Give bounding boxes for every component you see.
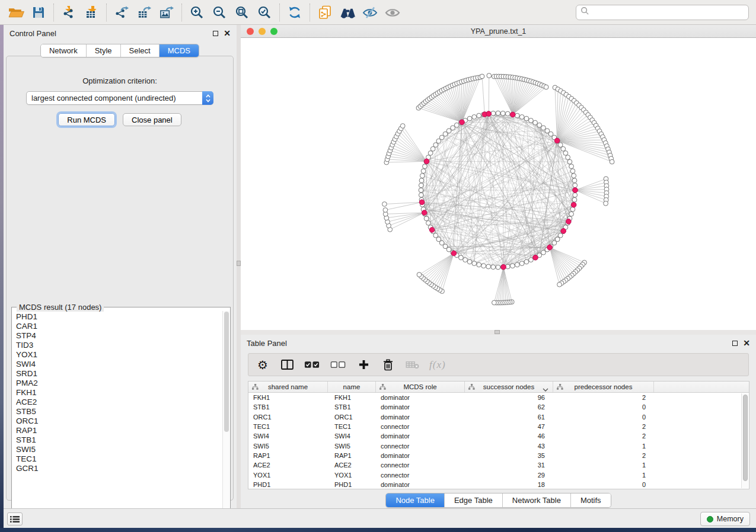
column-header-MCDS-role[interactable]: MCDS role — [376, 382, 465, 392]
cell-predecessor-nodes[interactable]: 1 — [553, 462, 654, 469]
cell-MCDS-role[interactable]: connector — [376, 443, 465, 450]
table-tab-node-table[interactable]: Node Table — [386, 493, 445, 507]
cell-shared-name[interactable]: ACE2 — [248, 462, 328, 469]
table-row[interactable]: YOX1YOX1connector291 — [248, 470, 749, 479]
cell-name[interactable]: PHD1 — [328, 481, 376, 488]
cell-predecessor-nodes[interactable]: 0 — [553, 403, 654, 411]
cell-name[interactable]: SWI5 — [328, 443, 376, 450]
column-header-successor-nodes[interactable]: successor nodes — [465, 382, 553, 392]
mcds-result-item[interactable]: ORC1 — [14, 416, 222, 426]
export-table-icon[interactable] — [133, 2, 155, 23]
table-scrollbar[interactable] — [741, 393, 748, 488]
cell-successor-nodes[interactable]: 46 — [465, 432, 553, 440]
cell-predecessor-nodes[interactable]: 1 — [553, 443, 654, 450]
cell-MCDS-role[interactable]: dominator — [376, 403, 465, 411]
mcds-result-item[interactable]: SWI4 — [14, 360, 222, 369]
table-row[interactable]: PHD1PHD1dominator180 — [248, 480, 749, 489]
table-row[interactable]: FKH1FKH1dominator962 — [248, 393, 749, 402]
close-panel-icon[interactable]: ✕ — [224, 30, 231, 36]
refresh-icon[interactable] — [283, 2, 306, 23]
cell-successor-nodes[interactable]: 43 — [465, 443, 553, 450]
cell-shared-name[interactable]: PHD1 — [248, 481, 328, 488]
mcds-result-item[interactable]: TID3 — [14, 341, 222, 350]
cell-MCDS-role[interactable]: dominator — [376, 432, 465, 440]
mcds-result-item[interactable]: SRD1 — [14, 369, 222, 379]
cell-successor-nodes[interactable]: 61 — [465, 414, 553, 421]
cell-name[interactable]: YOX1 — [328, 472, 376, 479]
run-mcds-button[interactable]: Run MCDS — [58, 113, 115, 126]
cell-successor-nodes[interactable]: 31 — [465, 462, 553, 469]
column-header-predecessor-nodes[interactable]: predecessor nodes — [553, 382, 654, 392]
search-box[interactable] — [576, 5, 749, 20]
mcds-result-item[interactable]: STB5 — [14, 407, 222, 416]
table-row[interactable]: ORC1ORC1dominator610 — [248, 412, 749, 422]
mcds-result-item[interactable]: RAP1 — [14, 426, 222, 435]
mcds-result-item[interactable]: CAR1 — [14, 322, 222, 331]
cell-successor-nodes[interactable]: 35 — [465, 452, 553, 459]
table-tab-network-table[interactable]: Network Table — [503, 493, 571, 507]
float-panel-icon[interactable] — [213, 31, 218, 36]
cell-predecessor-nodes[interactable]: 2 — [553, 423, 654, 430]
cell-predecessor-nodes[interactable]: 0 — [553, 481, 654, 488]
add-icon[interactable] — [356, 357, 371, 373]
table-row[interactable]: SWI4SWI4dominator462 — [248, 431, 749, 441]
network-window-titlebar[interactable]: YPA_prune.txt_1 — [241, 25, 756, 38]
open-folder-icon[interactable] — [5, 2, 27, 23]
mcds-result-item[interactable]: ACE2 — [14, 398, 222, 407]
cell-MCDS-role[interactable]: dominator — [376, 394, 465, 401]
table-tab-motifs[interactable]: Motifs — [571, 493, 611, 507]
close-panel-icon[interactable]: ✕ — [743, 340, 750, 346]
cell-name[interactable]: SWI4 — [328, 432, 376, 440]
export-network-icon[interactable] — [110, 2, 133, 23]
save-icon[interactable] — [27, 2, 50, 23]
mcds-list-scrollbar[interactable] — [222, 311, 229, 526]
cell-successor-nodes[interactable]: 96 — [465, 394, 553, 401]
cell-shared-name[interactable]: RAP1 — [248, 452, 328, 459]
mcds-result-item[interactable]: SWI5 — [14, 445, 222, 454]
control-tab-style[interactable]: Style — [87, 44, 121, 57]
cell-name[interactable]: ACE2 — [328, 462, 376, 469]
eye-hide-icon[interactable] — [359, 2, 381, 23]
cell-predecessor-nodes[interactable]: 2 — [553, 394, 654, 401]
horizontal-divider[interactable] — [241, 330, 756, 335]
table-row[interactable]: RAP1RAP1dominator352 — [248, 451, 749, 460]
select-all-icon[interactable] — [304, 357, 320, 373]
cell-name[interactable]: ORC1 — [328, 414, 376, 421]
cell-shared-name[interactable]: TEC1 — [248, 423, 328, 430]
cell-predecessor-nodes[interactable]: 2 — [553, 452, 654, 459]
table-row[interactable]: SWI5SWI5connector431 — [248, 441, 749, 450]
cell-MCDS-role[interactable]: connector — [376, 472, 465, 479]
deselect-all-icon[interactable] — [330, 357, 346, 373]
cell-shared-name[interactable]: STB1 — [248, 403, 328, 411]
column-header-name[interactable]: name — [328, 382, 376, 392]
cell-name[interactable]: STB1 — [328, 403, 376, 411]
cell-predecessor-nodes[interactable]: 2 — [553, 432, 654, 440]
table-tab-edge-table[interactable]: Edge Table — [445, 493, 503, 507]
cell-MCDS-role[interactable]: connector — [376, 423, 465, 430]
mcds-result-item[interactable]: FKH1 — [14, 388, 222, 398]
mcds-result-item[interactable]: GCR1 — [14, 464, 222, 473]
gear-icon[interactable]: ⚙ — [256, 357, 270, 373]
export-image-icon[interactable] — [155, 2, 178, 23]
delete-icon[interactable] — [381, 357, 395, 373]
criterion-dropdown[interactable]: largest connected component (undirected) — [26, 91, 213, 105]
clone-network-icon[interactable] — [314, 2, 336, 23]
mcds-result-list[interactable]: PHD1CAR1STP4TID3YOX1SWI4SRD1PMA2FKH1ACE2… — [14, 312, 222, 525]
cell-successor-nodes[interactable]: 62 — [465, 403, 553, 411]
cell-predecessor-nodes[interactable]: 0 — [553, 414, 654, 421]
cell-successor-nodes[interactable]: 47 — [465, 423, 553, 430]
binoculars-icon[interactable] — [336, 2, 359, 23]
mcds-result-item[interactable]: PMA2 — [14, 379, 222, 388]
cell-MCDS-role[interactable]: dominator — [376, 414, 465, 421]
divider-handle[interactable] — [237, 261, 241, 266]
mcds-result-item[interactable]: STB1 — [14, 435, 222, 445]
search-input[interactable] — [589, 8, 744, 17]
cell-shared-name[interactable]: FKH1 — [248, 394, 328, 401]
mcds-result-item[interactable]: STP4 — [14, 331, 222, 341]
control-tab-network[interactable]: Network — [41, 44, 87, 57]
control-tab-select[interactable]: Select — [121, 44, 160, 57]
import-table-icon[interactable] — [80, 2, 103, 23]
columns-icon[interactable] — [280, 357, 294, 373]
cell-predecessor-nodes[interactable]: 1 — [553, 472, 654, 479]
cell-MCDS-role[interactable]: connector — [376, 462, 465, 469]
